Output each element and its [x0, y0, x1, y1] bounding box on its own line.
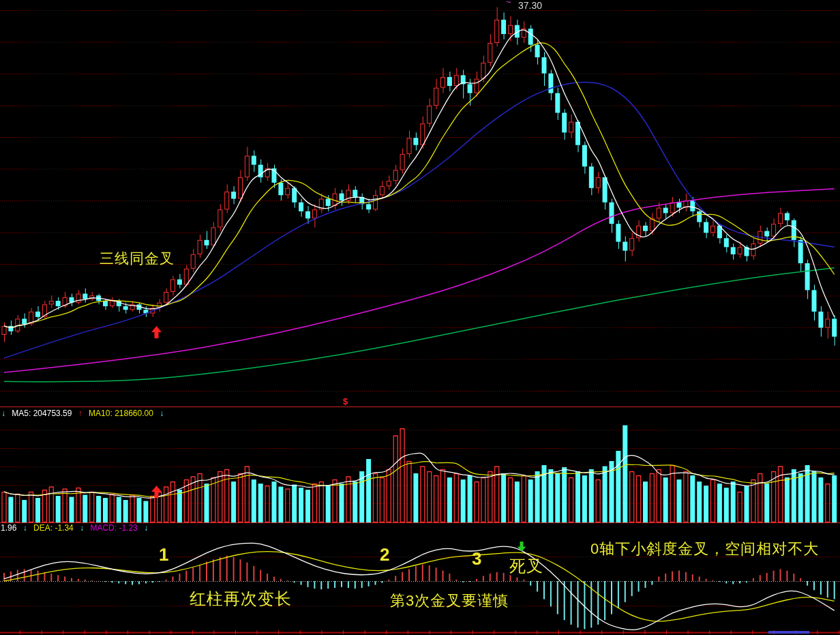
scrollbar-thumb[interactable]	[768, 631, 809, 634]
stock-chart-window: ~ 37.30 三线同金叉 $ ↓ MA5: 204753.59 ↑ MA10:…	[0, 0, 840, 635]
chart-canvas[interactable]	[0, 0, 840, 635]
